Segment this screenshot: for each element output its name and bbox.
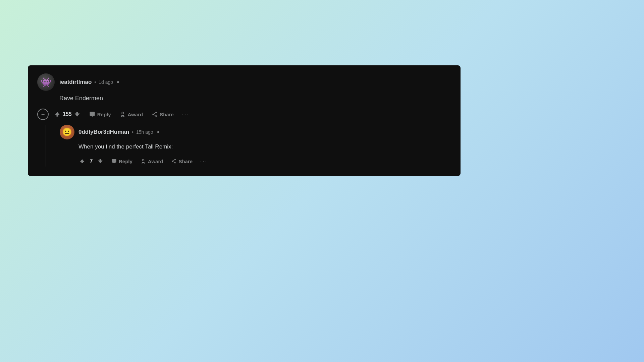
reply-more-icon: ···	[200, 158, 208, 165]
reply-award-icon	[141, 159, 146, 164]
top-comment: ieatdirtlmao • 1d ago Rave Endermen − 15…	[37, 73, 451, 120]
reply-separator-dot: •	[132, 129, 133, 135]
share-button[interactable]: Share	[148, 109, 177, 119]
reply-avatar	[60, 125, 74, 139]
share-label: Share	[160, 112, 174, 117]
reply-award-label: Award	[148, 159, 163, 164]
reply-reply-button[interactable]: Reply	[108, 157, 136, 166]
vote-count: 155	[63, 111, 72, 117]
reply-trailing-dot	[157, 131, 159, 133]
reply-icon	[89, 111, 95, 117]
reply-header: 0ddlyBor3dHuman • 15h ago	[60, 125, 451, 139]
award-icon	[120, 111, 126, 117]
reply-share-label: Share	[178, 159, 193, 164]
collapse-button[interactable]: −	[37, 109, 49, 120]
award-button[interactable]: Award	[116, 109, 147, 119]
action-bar: − 155	[37, 109, 451, 120]
upvote-button[interactable]	[53, 110, 61, 119]
reply-meta: 0ddlyBor3dHuman • 15h ago	[78, 129, 159, 135]
reply-award-button[interactable]: Award	[137, 157, 167, 166]
reply-button[interactable]: Reply	[86, 109, 114, 119]
more-button[interactable]: ···	[179, 109, 192, 120]
reply-content: 0ddlyBor3dHuman • 15h ago When you find …	[60, 125, 451, 167]
username: ieatdirtlmao	[59, 79, 92, 85]
reply-label: Reply	[97, 112, 111, 117]
reply-reply-label: Reply	[119, 159, 132, 164]
more-icon: ···	[182, 111, 190, 118]
avatar	[37, 73, 55, 91]
comment-body: Rave Endermen	[59, 94, 451, 103]
reply-downvote-button[interactable]	[97, 157, 104, 166]
share-icon	[152, 111, 158, 117]
reply-share-button[interactable]: Share	[168, 157, 196, 166]
thread-line	[46, 125, 46, 167]
reply-username: 0ddlyBor3dHuman	[78, 129, 129, 135]
reply-more-button[interactable]: ···	[197, 156, 210, 167]
timestamp: 1d ago	[99, 79, 113, 85]
comment-card: ieatdirtlmao • 1d ago Rave Endermen − 15…	[28, 65, 461, 176]
comment-header: ieatdirtlmao • 1d ago	[37, 73, 451, 91]
downvote-button[interactable]	[73, 110, 81, 119]
reply-thread: 0ddlyBor3dHuman • 15h ago When you find …	[37, 125, 451, 167]
reply-body: When you find the perfect Tall Remix:	[78, 143, 451, 151]
reply-upvote-button[interactable]	[78, 157, 86, 166]
trailing-dot	[117, 81, 119, 83]
reply-action-bar: 7 Reply	[78, 156, 451, 167]
reply-vote-group: 7	[78, 157, 104, 166]
vote-group: 155	[53, 110, 81, 119]
separator-dot: •	[94, 79, 96, 85]
reply-reply-icon	[111, 159, 117, 164]
reply-timestamp: 15h ago	[136, 129, 153, 135]
reply-share-icon	[171, 159, 176, 164]
award-label: Award	[128, 112, 143, 117]
comment-meta: ieatdirtlmao • 1d ago	[59, 79, 119, 85]
reply-vote-count: 7	[87, 158, 95, 164]
